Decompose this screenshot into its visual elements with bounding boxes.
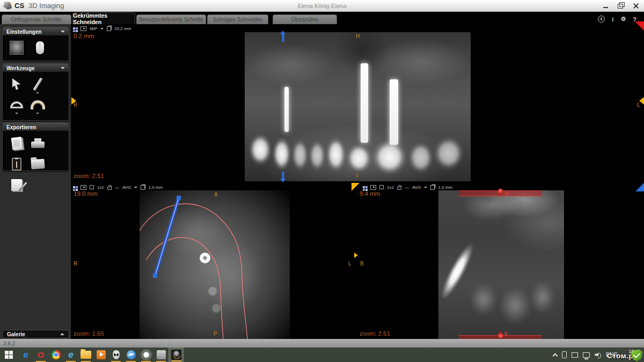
cross-view-toolbar: 1x1 — AVG 1,0 mm	[363, 184, 452, 190]
chrome-icon	[52, 350, 61, 359]
panel-werkzeuge-header[interactable]: Werkzeuge	[3, 64, 69, 72]
yellow-marker-left-icon[interactable]	[71, 97, 76, 105]
angle-tool-button[interactable]	[7, 95, 26, 114]
media-player-icon	[97, 350, 106, 359]
taskbar-messenger[interactable]	[123, 348, 138, 362]
taskbar-edge[interactable]: e	[18, 348, 33, 362]
settings-gears-icon[interactable]: ⚙	[620, 16, 626, 23]
pano-curve-handle-top[interactable]	[282, 34, 284, 42]
taskbar-chrome[interactable]	[48, 348, 63, 362]
tab-ueberpruefen[interactable]: Überprüfen	[273, 14, 337, 24]
tool-options-caret-icon[interactable]	[15, 113, 18, 114]
taskbar-explorer[interactable]	[78, 348, 93, 362]
protractor-icon	[10, 101, 23, 108]
add-icon[interactable]	[598, 16, 605, 23]
slab-copy-icon[interactable]	[430, 185, 435, 190]
slab-copy-icon[interactable]	[141, 185, 145, 190]
restore-button[interactable]	[617, 2, 625, 10]
export-report-button[interactable]	[7, 134, 26, 153]
arch-tool-button[interactable]	[28, 95, 47, 114]
line-handle-top[interactable]	[177, 196, 181, 200]
expand-caret-icon[interactable]	[60, 333, 64, 335]
blue-marker-right-icon[interactable]	[635, 183, 644, 191]
grid-layout-value[interactable]: 1x1	[97, 185, 104, 190]
close-button[interactable]	[632, 2, 640, 10]
bone-region	[499, 286, 532, 324]
layout-grid-icon[interactable]	[363, 186, 365, 188]
panel-exportieren-header[interactable]: Exportieren	[3, 123, 69, 131]
taskbar-ie[interactable]: e	[63, 348, 78, 362]
layout-grid-icon[interactable]	[73, 186, 75, 188]
taskbar-opera[interactable]: O	[33, 348, 48, 362]
mouse-settings-button[interactable]	[30, 38, 49, 57]
measure-tool-button[interactable]	[28, 75, 47, 94]
slab-thickness-value[interactable]: 20,2 mm	[114, 26, 131, 31]
cursor-icon	[11, 78, 22, 90]
slab-thickness-value[interactable]: 1,0 mm	[438, 185, 452, 190]
tool-options-caret-icon[interactable]	[36, 92, 39, 94]
dropdown-caret-icon[interactable]	[134, 187, 137, 188]
slab-thickness-value[interactable]: 1,0 mm	[148, 185, 163, 190]
layout-grid-icon[interactable]	[73, 27, 75, 29]
tray-expand-chevron-icon[interactable]	[553, 353, 558, 358]
tool-options-caret-icon[interactable]	[36, 113, 39, 114]
separator-dash: —	[405, 185, 409, 190]
panoramic-xray-image[interactable]	[245, 32, 471, 181]
yellow-marker-right-icon[interactable]	[639, 97, 644, 105]
gallery-bar[interactable]: Galerie	[2, 330, 69, 338]
report-icon	[11, 136, 23, 150]
taskbar-alienware[interactable]	[108, 348, 123, 362]
panel-werkzeuge: Werkzeuge	[2, 63, 69, 121]
device-icon[interactable]	[562, 351, 567, 358]
taskbar-gray-app[interactable]	[153, 348, 169, 362]
tooth-canal	[203, 256, 207, 260]
yellow-corner-marker-icon[interactable]	[352, 183, 360, 191]
view-preset-button[interactable]	[7, 38, 26, 57]
render-mode-value[interactable]: AVG	[122, 185, 131, 190]
export-view-icon[interactable]	[370, 185, 376, 190]
network-icon[interactable]	[583, 352, 590, 358]
speaker-icon[interactable]	[595, 352, 601, 358]
slab-copy-icon[interactable]	[107, 26, 111, 31]
grid-checkbox[interactable]	[90, 185, 94, 189]
taskbar-cs3d-imaging[interactable]	[169, 348, 184, 362]
slab-handle-bottom[interactable]	[498, 333, 503, 338]
export-view-icon[interactable]	[80, 185, 86, 190]
lock-icon[interactable]	[397, 187, 401, 190]
dropdown-caret-icon[interactable]	[424, 187, 427, 188]
collapse-caret-icon[interactable]	[61, 31, 65, 33]
render-mode-value[interactable]: AVG	[412, 185, 421, 190]
taskbar-media-player[interactable]	[93, 348, 108, 362]
lock-icon[interactable]	[107, 187, 112, 190]
print-button[interactable]	[28, 134, 47, 153]
axial-slice-position: 19.0 mm	[74, 190, 98, 197]
start-button[interactable]	[1, 348, 16, 362]
crosssection-image[interactable]	[438, 190, 564, 339]
tab-orthogonale-schnitte[interactable]: Orthogonale Schnitte	[2, 14, 71, 24]
export-view-icon[interactable]	[80, 26, 86, 31]
axial-slice-image[interactable]	[140, 190, 290, 339]
render-mode-value[interactable]: MIP	[90, 26, 97, 31]
grid-checkbox[interactable]	[379, 185, 384, 189]
export-notes-button[interactable]	[7, 175, 26, 195]
export-folder-button[interactable]	[28, 154, 47, 174]
tab-bar: Orthogonale Schnitte Gekrümmtes Schneide…	[0, 12, 644, 24]
taskbar-settings-app[interactable]	[138, 348, 153, 362]
info-icon[interactable]: i	[612, 16, 613, 23]
export-image-button[interactable]	[7, 154, 26, 174]
slab-handle-top[interactable]	[498, 189, 503, 194]
collapse-caret-icon[interactable]	[61, 67, 65, 69]
cross-slice-position: 9.4 mm	[360, 190, 380, 197]
grid-layout-value[interactable]: 1x1	[387, 185, 394, 190]
tab-benutzerdefinierte-schnitte[interactable]: Benutzerdefinierte Schnitte	[136, 14, 206, 24]
select-tool-button[interactable]	[7, 75, 26, 94]
minimize-button[interactable]	[602, 2, 610, 10]
pano-curve-handle-bottom[interactable]	[282, 172, 284, 179]
window-tray-icon[interactable]	[572, 352, 578, 358]
panel-einstellungen-header[interactable]: Einstellungen	[3, 27, 69, 35]
tab-gekruemmtes-schneiden[interactable]: Gekrümmtes Schneiden	[72, 12, 135, 24]
yellow-marker-icon[interactable]	[354, 253, 358, 258]
line-handle-bottom[interactable]	[153, 274, 157, 278]
tab-schraeges-schneiden[interactable]: Schräges Schneiden	[207, 14, 268, 24]
dropdown-caret-icon[interactable]	[100, 28, 104, 29]
